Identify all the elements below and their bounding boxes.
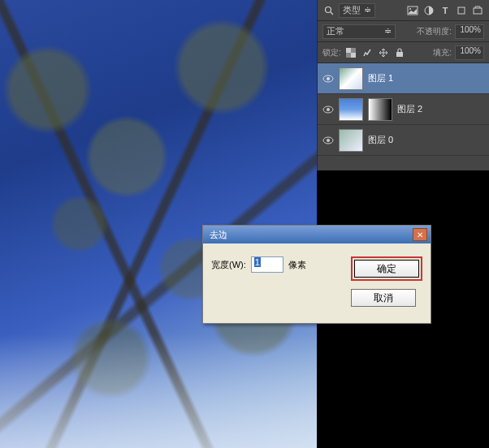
opacity-label: 不透明度: xyxy=(417,26,452,37)
fill-label: 填充: xyxy=(433,47,452,58)
defringe-dialog: 去边 ✕ 宽度(W): 1 像素 确定 取消 xyxy=(202,225,431,324)
svg-rect-5 xyxy=(458,7,465,14)
blend-mode-select[interactable]: 正常 ≑ xyxy=(322,24,396,39)
layer-mask-thumbnail[interactable] xyxy=(368,98,392,121)
svg-rect-11 xyxy=(396,52,403,57)
filter-type-select[interactable]: 类型 ≑ xyxy=(339,3,375,18)
chevron-icon: ≑ xyxy=(364,5,371,15)
layers-panel: 类型 ≑ T 正常 ≑ 不透明度: 100% 锁定: 填充: 100% xyxy=(317,0,489,170)
shape-filter-icon[interactable] xyxy=(455,4,468,17)
lock-transparent-icon[interactable] xyxy=(344,46,357,59)
width-unit: 像素 xyxy=(288,259,306,271)
image-filter-icon[interactable] xyxy=(406,4,419,17)
dialog-body: 宽度(W): 1 像素 确定 取消 xyxy=(203,243,431,323)
layer-row[interactable]: 图层 2 xyxy=(318,94,489,125)
lock-label: 锁定: xyxy=(322,47,341,58)
svg-point-17 xyxy=(327,139,330,142)
ok-highlight: 确定 xyxy=(351,256,422,281)
lock-move-icon[interactable] xyxy=(377,46,390,59)
width-field-group: 宽度(W): 1 像素 xyxy=(211,256,306,273)
visibility-icon[interactable] xyxy=(322,104,334,115)
layer-thumbnail[interactable] xyxy=(339,67,363,90)
svg-rect-9 xyxy=(351,48,356,53)
blend-row: 正常 ≑ 不透明度: 100% xyxy=(318,21,489,42)
blend-mode-value: 正常 xyxy=(327,25,344,37)
width-label: 宽度(W): xyxy=(211,259,246,271)
svg-point-13 xyxy=(327,77,330,80)
type-filter-icon[interactable]: T xyxy=(439,4,452,17)
opacity-field[interactable]: 100% xyxy=(455,24,484,39)
filter-row: 类型 ≑ T xyxy=(318,0,489,21)
layer-list: 图层 1 图层 2 图层 0 xyxy=(318,63,489,156)
lock-all-icon[interactable] xyxy=(393,46,406,59)
layer-name[interactable]: 图层 2 xyxy=(397,103,422,115)
dialog-title: 去边 xyxy=(210,229,227,241)
canvas-area[interactable] xyxy=(0,0,317,448)
cancel-button[interactable]: 取消 xyxy=(351,289,416,307)
close-button[interactable]: ✕ xyxy=(413,228,427,241)
layer-row[interactable]: 图层 1 xyxy=(318,63,489,94)
svg-rect-8 xyxy=(351,53,356,58)
layer-thumbnail[interactable] xyxy=(339,98,363,121)
svg-line-1 xyxy=(331,12,333,15)
chevron-icon: ≑ xyxy=(384,26,392,37)
svg-point-15 xyxy=(327,108,330,111)
smartobj-filter-icon[interactable] xyxy=(471,4,484,17)
fill-field[interactable]: 100% xyxy=(455,45,484,60)
svg-point-3 xyxy=(409,8,411,10)
svg-rect-10 xyxy=(346,53,351,58)
svg-point-0 xyxy=(326,6,331,12)
layer-name[interactable]: 图层 0 xyxy=(368,134,393,146)
search-icon xyxy=(322,4,335,17)
dialog-buttons: 确定 取消 xyxy=(351,256,422,307)
svg-rect-7 xyxy=(346,48,351,53)
layer-name[interactable]: 图层 1 xyxy=(368,72,393,84)
canvas-cloud xyxy=(0,334,317,448)
lock-brush-icon[interactable] xyxy=(361,46,374,59)
visibility-icon[interactable] xyxy=(322,73,334,84)
svg-rect-6 xyxy=(474,8,482,14)
width-input[interactable]: 1 xyxy=(251,256,283,273)
lock-row: 锁定: 填充: 100% xyxy=(318,42,489,63)
layer-thumbnail[interactable] xyxy=(339,129,363,152)
ok-button[interactable]: 确定 xyxy=(354,260,419,278)
filter-label: 类型 xyxy=(343,4,361,16)
dialog-titlebar[interactable]: 去边 ✕ xyxy=(203,226,431,243)
adjustment-filter-icon[interactable] xyxy=(422,4,435,17)
layer-row[interactable]: 图层 0 xyxy=(318,125,489,156)
visibility-icon[interactable] xyxy=(322,135,334,146)
